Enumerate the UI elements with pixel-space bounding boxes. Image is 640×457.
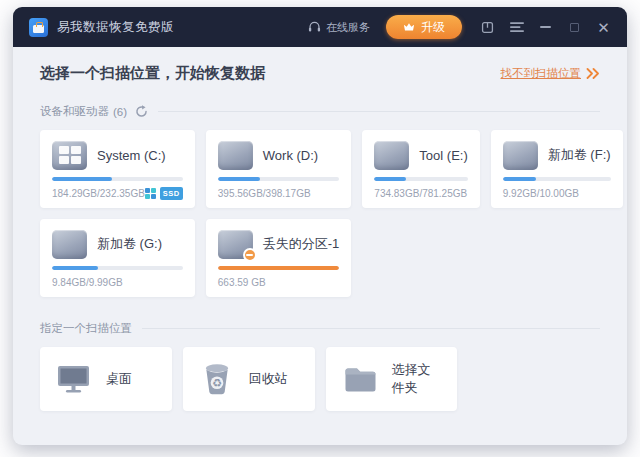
- recycle-bin-icon: ♻: [199, 363, 235, 395]
- crown-icon: [403, 22, 415, 32]
- drive-card[interactable]: 新加卷 (G:) 9.84GB/9.99GB: [40, 219, 195, 297]
- ssd-badge: SSD: [160, 187, 183, 200]
- drive-sizes: 9.84GB/9.99GB: [52, 277, 123, 288]
- cannot-find-location-link[interactable]: 找不到扫描位置: [501, 66, 601, 81]
- drive-card[interactable]: Work (D:) 395.56GB/398.17GB: [206, 130, 352, 208]
- drive-sizes: 663.59 GB: [218, 277, 266, 288]
- scan-location-label: 桌面: [106, 370, 132, 388]
- double-chevron-icon: [586, 68, 600, 79]
- drive-name: Tool (E:): [419, 148, 467, 163]
- scan-location-card[interactable]: 选择文件夹: [326, 347, 458, 411]
- specify-section-label: 指定一个扫描位置: [40, 321, 132, 336]
- specify-section-header: 指定一个扫描位置: [40, 321, 600, 336]
- main-content: 选择一个扫描位置，开始恢复数据 找不到扫描位置 设备和驱动器 (6) Syst: [13, 47, 627, 411]
- app-title: 易我数据恢复免费版: [57, 19, 174, 36]
- minimize-icon: [540, 26, 551, 28]
- titlebar-actions: 在线服务 升级: [308, 15, 611, 39]
- drive-icon: [52, 141, 87, 170]
- drive-name: 新加卷 (G:): [97, 235, 162, 253]
- drive-usage-fill: [503, 177, 536, 181]
- drive-usage-fill: [52, 266, 98, 270]
- drive-name: Work (D:): [263, 148, 318, 163]
- titlebar: 易我数据恢复免费版 在线服务 升级: [13, 7, 627, 47]
- app-window: 易我数据恢复免费版 在线服务 升级: [13, 7, 627, 445]
- devices-section-header: 设备和驱动器 (6): [40, 104, 600, 119]
- drive-usage-bar: [218, 177, 340, 181]
- drive-sizes: 734.83GB/781.25GB: [374, 188, 467, 199]
- drive-card[interactable]: System (C:) 184.29GB/232.35GB SSD: [40, 130, 195, 208]
- folder-icon: [342, 366, 378, 392]
- hamburger-menu-icon: [510, 21, 524, 33]
- drive-sizes: 184.29GB/232.35GB: [52, 188, 145, 199]
- drive-usage-bar: [503, 177, 611, 181]
- section-divider: [158, 111, 600, 112]
- maximize-button[interactable]: [567, 20, 582, 35]
- close-button[interactable]: ✕: [596, 20, 611, 35]
- scan-location-label: 回收站: [249, 370, 288, 388]
- drive-sizes: 9.92GB/10.00GB: [503, 188, 579, 199]
- refresh-button[interactable]: [135, 105, 148, 118]
- section-divider: [142, 328, 600, 329]
- locations-grid: 桌面 ♻ 回收站 选择文件夹: [40, 347, 600, 411]
- drive-usage-bar: [52, 266, 183, 270]
- scan-location-card[interactable]: 桌面: [40, 347, 172, 411]
- drive-name: 丢失的分区-1: [263, 235, 340, 253]
- drive-icon: [218, 141, 253, 170]
- app-logo-icon: [29, 18, 48, 37]
- drive-icon: [218, 230, 253, 259]
- page-header: 选择一个扫描位置，开始恢复数据 找不到扫描位置: [40, 64, 600, 83]
- drive-icon: [503, 141, 538, 170]
- drive-usage-bar: [374, 177, 467, 181]
- headset-icon: [308, 21, 321, 34]
- upgrade-button[interactable]: 升级: [386, 15, 462, 39]
- windows-logo-overlay: [52, 141, 87, 170]
- drives-grid: System (C:) 184.29GB/232.35GB SSD Work (…: [40, 130, 600, 297]
- drive-name: 新加卷 (F:): [548, 146, 611, 164]
- minimize-button[interactable]: [538, 20, 553, 35]
- drive-usage-fill: [218, 177, 261, 181]
- lost-partition-badge: [243, 248, 257, 262]
- window-controls: ✕: [480, 20, 611, 35]
- drive-usage-fill: [218, 266, 340, 270]
- drive-usage-fill: [374, 177, 406, 181]
- scan-location-label: 选择文件夹: [392, 361, 442, 397]
- close-icon: ✕: [597, 20, 610, 35]
- windows-badge-icon: [145, 188, 156, 199]
- drive-card[interactable]: 新加卷 (F:) 9.92GB/10.00GB: [491, 130, 623, 208]
- desktop-icon: [56, 364, 92, 394]
- online-service-button[interactable]: 在线服务: [308, 20, 370, 35]
- menu-button[interactable]: [509, 20, 524, 35]
- activation-button[interactable]: [480, 20, 495, 35]
- drive-name: System (C:): [97, 148, 166, 163]
- devices-section-label: 设备和驱动器: [40, 104, 109, 119]
- online-service-label: 在线服务: [326, 20, 370, 35]
- drive-sizes: 395.56GB/398.17GB: [218, 188, 311, 199]
- refresh-icon: [135, 105, 148, 118]
- devices-count: (6): [113, 106, 127, 118]
- svg-text:♻: ♻: [212, 377, 222, 389]
- scan-location-card[interactable]: ♻ 回收站: [183, 347, 315, 411]
- drive-icon: [52, 230, 87, 259]
- drive-usage-bar: [218, 266, 340, 270]
- maximize-icon: [570, 23, 579, 32]
- help-link-label: 找不到扫描位置: [501, 66, 582, 81]
- drive-card[interactable]: 丢失的分区-1 663.59 GB: [206, 219, 352, 297]
- upgrade-label: 升级: [421, 19, 445, 36]
- page-title: 选择一个扫描位置，开始恢复数据: [40, 64, 265, 83]
- drive-usage-bar: [52, 177, 183, 181]
- drive-icon: [374, 141, 409, 170]
- drive-card[interactable]: Tool (E:) 734.83GB/781.25GB: [362, 130, 479, 208]
- activation-icon: [481, 21, 494, 34]
- drive-usage-fill: [52, 177, 112, 181]
